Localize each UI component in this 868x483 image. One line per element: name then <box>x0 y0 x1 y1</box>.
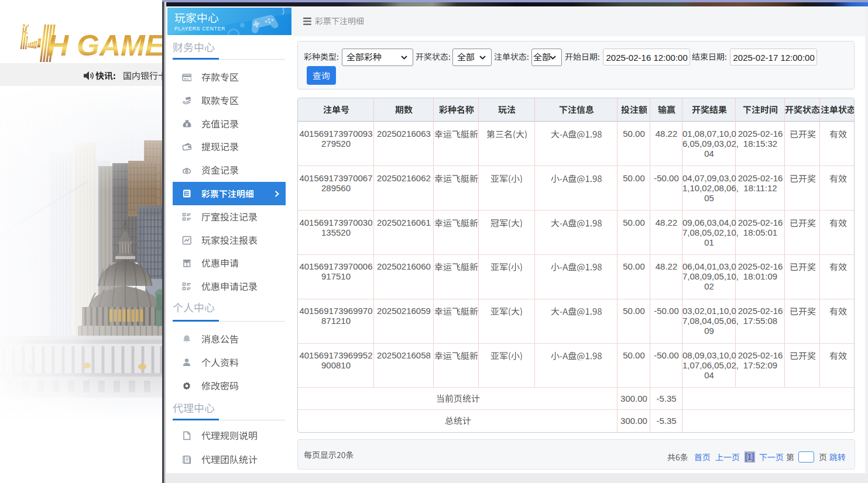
svg-text:H GAME: H GAME <box>47 29 163 62</box>
